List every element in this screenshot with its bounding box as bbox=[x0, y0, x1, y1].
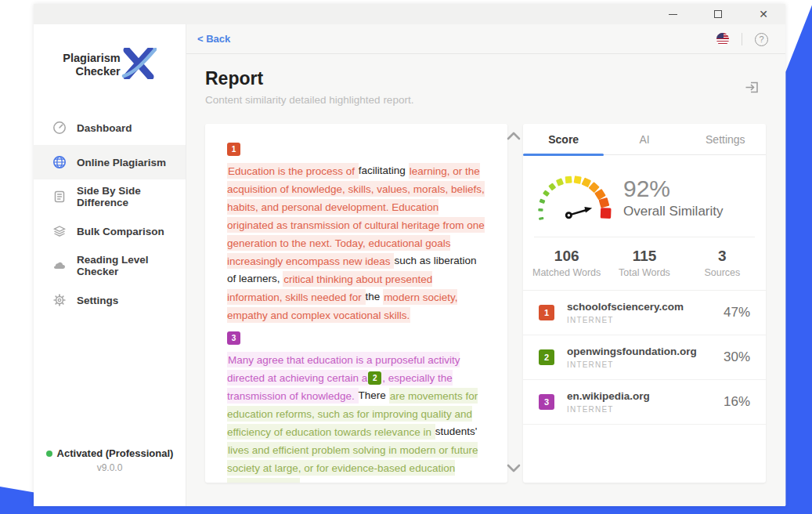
source-percent: 16% bbox=[724, 394, 750, 410]
source-percent: 30% bbox=[724, 349, 750, 365]
source-type: INTERNET bbox=[567, 316, 724, 324]
match-badge-2[interactable]: 2 bbox=[368, 371, 381, 385]
plain-text: facilitating bbox=[359, 165, 409, 176]
source-badge-1: 1 bbox=[539, 305, 554, 320]
maximize-button[interactable] bbox=[707, 5, 729, 23]
activation-label: Activated (Professional) bbox=[57, 447, 174, 459]
similarity-label: Overall Similarity bbox=[623, 204, 724, 219]
app-logo: Plagiarism Checker bbox=[34, 48, 186, 82]
sidebar-item-dashboard[interactable]: Dashboard bbox=[34, 110, 186, 145]
report-document[interactable]: 1Education is the process of facilitatin… bbox=[205, 124, 507, 483]
sidebar-item-bulk-comparison[interactable]: Bulk Comparison bbox=[34, 214, 186, 248]
logo-text: Plagiarism Checker bbox=[63, 52, 120, 78]
overall-score: 92% Overall Similarity bbox=[523, 155, 766, 237]
topbar-divider bbox=[742, 33, 742, 45]
titlebar: ✕ bbox=[34, 4, 785, 24]
sidebar-item-label: Settings bbox=[77, 295, 118, 306]
sidebar-item-label: Dashboard bbox=[77, 122, 132, 134]
gear-icon bbox=[52, 293, 67, 307]
sidebar-item-online-plagiarism[interactable]: Online Plagiarism bbox=[34, 145, 186, 179]
source-domain: openwingsfoundation.org bbox=[567, 346, 724, 357]
stats-row: 106 Matched Words 115 Total Words 3 Sour… bbox=[523, 237, 766, 290]
document-body: 1Education is the process of facilitatin… bbox=[227, 143, 485, 483]
plain-text: students' bbox=[435, 425, 478, 437]
tab-settings[interactable]: Settings bbox=[685, 124, 766, 154]
activation-status: Activated (Professional) v9.0.0 bbox=[34, 447, 186, 473]
sidebar: Plagiarism Checker Dashboard bbox=[34, 24, 186, 506]
back-link[interactable]: < Back bbox=[197, 33, 230, 45]
help-icon[interactable]: ? bbox=[755, 33, 768, 46]
source-row-3[interactable]: 3 en.wikipedia.org INTERNET 16% bbox=[523, 379, 766, 424]
blue-ribbon-bottom bbox=[0, 505, 812, 514]
similarity-gauge-icon bbox=[534, 168, 612, 227]
sidebar-item-settings[interactable]: Settings bbox=[34, 283, 186, 317]
panel-tabs: Score AI Settings bbox=[523, 124, 766, 155]
activated-dot-icon bbox=[46, 451, 52, 457]
plain-text: There bbox=[359, 389, 389, 401]
source-badge-2: 2 bbox=[539, 349, 554, 365]
main-area: < Back ? Report Content similarity detai… bbox=[186, 24, 785, 506]
highlighted-text-source-1: Education is the process of bbox=[227, 163, 359, 179]
logo-x-icon bbox=[121, 48, 157, 82]
cloud-icon bbox=[52, 259, 67, 273]
scroll-up-icon[interactable] bbox=[505, 128, 522, 144]
source-percent: 47% bbox=[724, 305, 750, 320]
dashboard-icon bbox=[52, 121, 67, 135]
sources-list: 1 schoolofsciencery.com INTERNET 47% 2 o… bbox=[523, 290, 766, 425]
source-type: INTERNET bbox=[567, 360, 724, 369]
scroll-down-icon[interactable] bbox=[505, 460, 522, 476]
page-title: Report bbox=[205, 68, 263, 89]
tab-score[interactable]: Score bbox=[523, 124, 604, 154]
app-window: ✕ Plagiarism Checker bbox=[34, 4, 785, 506]
sidebar-item-side-by-side[interactable]: Side By Side Difference bbox=[34, 179, 186, 214]
globe-icon bbox=[52, 155, 67, 169]
source-domain: en.wikipedia.org bbox=[567, 390, 724, 402]
match-badge-3[interactable]: 3 bbox=[227, 331, 240, 345]
source-row-2[interactable]: 2 openwingsfoundation.org INTERNET 30% bbox=[523, 335, 766, 379]
source-row-1[interactable]: 1 schoolofsciencery.com INTERNET 47% bbox=[523, 291, 766, 335]
export-icon[interactable] bbox=[744, 79, 760, 99]
minimize-button[interactable] bbox=[662, 5, 684, 23]
document-icon bbox=[52, 190, 67, 204]
sidebar-nav: Dashboard Online Plagiarism Side By Side… bbox=[34, 110, 186, 317]
sidebar-item-label: Side By Side Difference bbox=[77, 185, 186, 208]
layers-icon bbox=[52, 224, 67, 238]
similarity-percent: 92% bbox=[623, 176, 724, 202]
stat-sources: 3 Sources bbox=[684, 248, 761, 278]
stat-total-words: 115 Total Words bbox=[605, 248, 683, 278]
sidebar-item-label: Bulk Comparison bbox=[77, 226, 164, 237]
tab-ai[interactable]: AI bbox=[604, 124, 684, 154]
topbar: < Back ? bbox=[186, 24, 785, 54]
active-tab-indicator bbox=[523, 154, 604, 156]
highlighted-text-source-2: lives and efficient problem solving in m… bbox=[227, 442, 478, 483]
screen: ✕ Plagiarism Checker bbox=[0, 0, 812, 514]
source-badge-3: 3 bbox=[539, 394, 554, 410]
source-type: INTERNET bbox=[567, 405, 724, 414]
sidebar-item-label: Reading Level Checker bbox=[77, 254, 186, 277]
sidebar-item-label: Online Plagiarism bbox=[77, 157, 166, 168]
stat-matched-words: 106 Matched Words bbox=[528, 248, 605, 278]
score-panel: Score AI Settings bbox=[523, 124, 766, 483]
sidebar-item-reading-level[interactable]: Reading Level Checker bbox=[34, 248, 186, 283]
plain-text: the bbox=[366, 291, 384, 302]
language-flag-icon[interactable] bbox=[716, 33, 729, 45]
page-subtitle: Content similarity detailed highlighted … bbox=[205, 94, 413, 106]
match-badge-1[interactable]: 1 bbox=[227, 143, 240, 156]
source-domain: schoolofsciencery.com bbox=[567, 301, 724, 313]
close-button[interactable]: ✕ bbox=[752, 5, 774, 23]
app-version: v9.0.0 bbox=[34, 462, 186, 473]
report-paragraph: 3Many agree that education is a purposef… bbox=[227, 331, 485, 483]
report-paragraph: 1Education is the process of facilitatin… bbox=[227, 143, 485, 324]
